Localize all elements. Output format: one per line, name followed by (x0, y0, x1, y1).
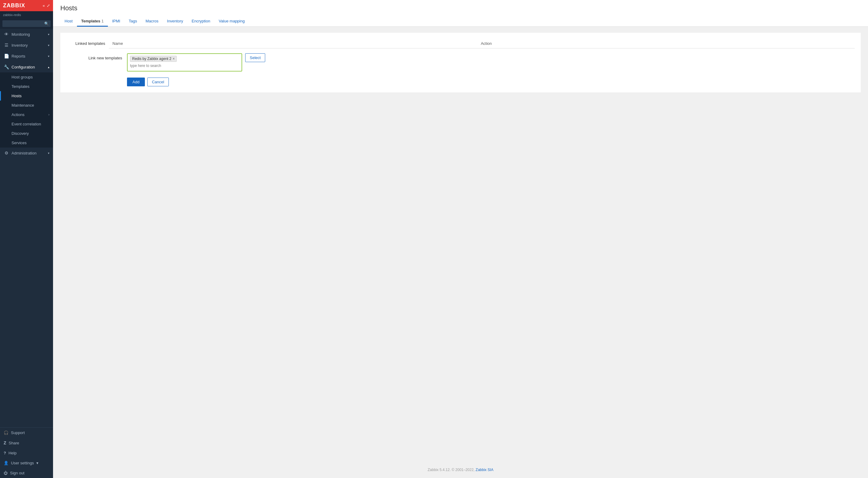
tab-templates-count: 1 (101, 19, 104, 23)
templates-label: Templates (11, 84, 29, 89)
host-groups-label: Host groups (11, 75, 33, 79)
event-correlation-label: Event correlation (11, 122, 41, 126)
link-new-label: Link new templates (66, 53, 127, 60)
monitoring-label: Monitoring (11, 32, 30, 37)
sidebar-item-actions[interactable]: Actions › (0, 110, 53, 119)
sidebar-header: ZABBIX « ⤢ (0, 0, 53, 11)
search-icon: 🔍 (44, 22, 49, 26)
sidebar-search-container: 🔍 (0, 19, 53, 29)
sidebar-item-monitoring[interactable]: 👁 Monitoring ▾ (0, 29, 53, 40)
sidebar-item-hosts[interactable]: Hosts (0, 91, 53, 101)
sign-out-icon: ⏻ (4, 471, 7, 475)
link-new-input-area: Redis by Zabbix agent 2 × Select (127, 53, 855, 71)
expand-icon[interactable]: ⤢ (47, 3, 50, 8)
template-tag-text: Redis by Zabbix agent 2 (132, 57, 171, 61)
content-area: Linked templates Name Action Link new te… (53, 27, 868, 98)
linked-templates-label: Linked templates (66, 39, 109, 49)
services-label: Services (11, 140, 27, 145)
support-icon: 🎧 (4, 431, 8, 435)
tab-ipmi[interactable]: IPMI (108, 17, 125, 27)
configuration-arrow: ▴ (48, 65, 50, 69)
configuration-subnav: Host groups Templates Hosts Maintenance … (0, 72, 53, 148)
reports-arrow: ▾ (48, 55, 50, 58)
tab-value-mapping[interactable]: Value mapping (215, 17, 249, 27)
sidebar-item-inventory[interactable]: ☰ Inventory ▾ (0, 40, 53, 51)
form-section: Linked templates Name Action Link new te… (60, 33, 861, 92)
tab-encryption[interactable]: Encryption (187, 17, 214, 27)
administration-label: Administration (11, 151, 36, 155)
tab-macros[interactable]: Macros (141, 17, 163, 27)
monitoring-icon: 👁 (4, 32, 9, 37)
footer-link[interactable]: Zabbix SIA (475, 468, 493, 472)
sign-out-label: Sign out (10, 471, 25, 475)
configuration-icon: 🔧 (4, 65, 9, 69)
collapse-icon[interactable]: « (43, 3, 45, 8)
sidebar-item-host-groups[interactable]: Host groups (0, 72, 53, 82)
inventory-label: Inventory (11, 43, 28, 47)
sidebar-item-share[interactable]: Z Share (0, 438, 53, 448)
sidebar-item-event-correlation[interactable]: Event correlation (0, 119, 53, 129)
table-header-name: Name (109, 39, 477, 49)
help-label: Help (8, 451, 17, 455)
sidebar-item-maintenance[interactable]: Maintenance (0, 101, 53, 110)
tab-templates[interactable]: Templates 1 (77, 17, 108, 27)
footer: Zabbix 5.4.12. © 2001–2022, Zabbix SIA (53, 461, 868, 478)
sidebar: ZABBIX « ⤢ zabbix-redis 🔍 👁 Monitoring ▾… (0, 0, 53, 478)
user-settings-arrow: ▾ (36, 461, 38, 465)
support-label: Support (11, 431, 25, 435)
monitoring-arrow: ▾ (48, 33, 50, 36)
sidebar-username: zabbix-redis (0, 11, 53, 19)
page-title: Hosts (60, 4, 861, 12)
select-button[interactable]: Select (245, 53, 265, 62)
sidebar-header-icons: « ⤢ (43, 3, 50, 8)
discovery-label: Discovery (11, 131, 29, 136)
sidebar-item-administration[interactable]: ⚙ Administration ▾ (0, 148, 53, 158)
administration-arrow: ▾ (48, 152, 50, 155)
logo: ZABBIX (3, 2, 25, 9)
tabs: Host Templates 1 IPMI Tags Macros Invent… (60, 17, 861, 26)
sidebar-item-templates[interactable]: Templates (0, 82, 53, 91)
template-search-input[interactable] (130, 63, 239, 68)
tab-tags[interactable]: Tags (125, 17, 141, 27)
sidebar-item-reports[interactable]: 📄 Reports ▾ (0, 51, 53, 62)
template-tag-remove-button[interactable]: × (173, 57, 175, 61)
main-content: Hosts Host Templates 1 IPMI Tags Macros … (53, 0, 868, 478)
link-new-row: Link new templates Redis by Zabbix agent… (66, 53, 855, 71)
template-tag: Redis by Zabbix agent 2 × (130, 56, 177, 62)
main-nav: 👁 Monitoring ▾ ☰ Inventory ▾ 📄 Reports ▾… (0, 29, 53, 158)
share-icon: Z (4, 440, 6, 445)
add-button[interactable]: Add (127, 77, 145, 86)
configuration-label: Configuration (11, 65, 35, 69)
sidebar-item-sign-out[interactable]: ⏻ Sign out (0, 468, 53, 478)
sidebar-bottom: 🎧 Support Z Share ? Help 👤 User settings… (0, 427, 53, 478)
sidebar-item-help[interactable]: ? Help (0, 448, 53, 458)
hosts-label: Hosts (11, 94, 22, 98)
sidebar-item-support[interactable]: 🎧 Support (0, 428, 53, 438)
table-header-action: Action (477, 39, 855, 49)
template-tags-row: Redis by Zabbix agent 2 × (130, 56, 239, 62)
footer-text: Zabbix 5.4.12. © 2001–2022, (428, 468, 475, 472)
linked-templates-table: Linked templates Name Action (66, 39, 855, 49)
sidebar-item-services[interactable]: Services (0, 138, 53, 148)
reports-label: Reports (11, 54, 26, 59)
share-label: Share (9, 441, 20, 445)
maintenance-label: Maintenance (11, 103, 34, 107)
page-header: Hosts Host Templates 1 IPMI Tags Macros … (53, 0, 868, 27)
search-input[interactable] (2, 20, 51, 27)
sidebar-item-configuration[interactable]: 🔧 Configuration ▴ (0, 62, 53, 72)
template-input-box[interactable]: Redis by Zabbix agent 2 × (127, 53, 242, 71)
cancel-button[interactable]: Cancel (147, 77, 168, 86)
user-settings-label: User settings (11, 461, 34, 465)
sidebar-item-user-settings[interactable]: 👤 User settings ▾ (0, 458, 53, 468)
inventory-icon: ☰ (4, 43, 9, 47)
sidebar-item-discovery[interactable]: Discovery (0, 129, 53, 138)
tab-inventory[interactable]: Inventory (163, 17, 187, 27)
user-icon: 👤 (4, 461, 8, 465)
tab-host[interactable]: Host (60, 17, 77, 27)
reports-icon: 📄 (4, 54, 9, 59)
actions-label: Actions (11, 113, 25, 117)
administration-icon: ⚙ (4, 151, 9, 155)
actions-arrow: › (49, 113, 50, 116)
inventory-arrow: ▾ (48, 43, 50, 47)
form-buttons: Add Cancel (127, 77, 855, 86)
